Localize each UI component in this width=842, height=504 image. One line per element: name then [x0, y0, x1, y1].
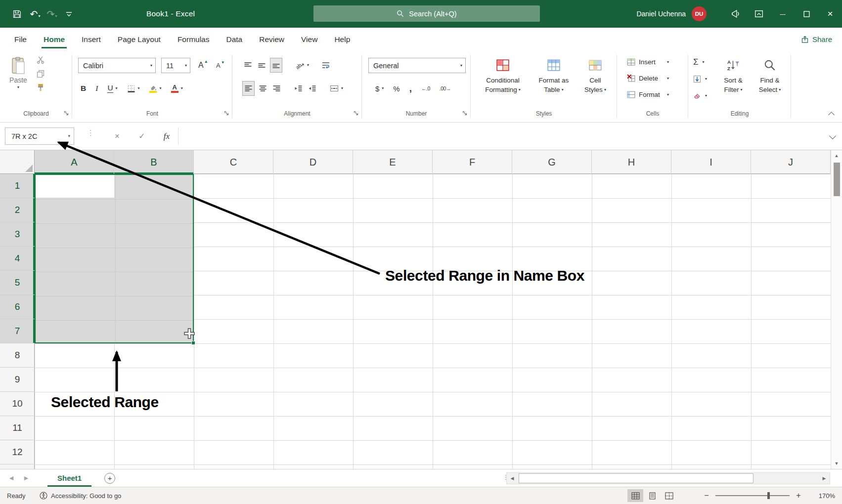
borders-button[interactable]: ▾ — [126, 81, 141, 96]
accessibility-status[interactable]: Accessibility: Good to go — [40, 492, 121, 500]
format-cells-button[interactable]: Format ▾ — [627, 88, 669, 101]
tab-formulas[interactable]: Formulas — [169, 28, 218, 51]
fill-handle[interactable] — [191, 341, 195, 345]
align-right-button[interactable] — [271, 81, 282, 96]
row-header-9[interactable]: 9 — [0, 368, 35, 392]
page-break-preview-button[interactable] — [661, 489, 677, 502]
align-left-button[interactable] — [242, 81, 255, 96]
cancel-button[interactable]: × — [108, 127, 127, 145]
account-name[interactable]: Daniel Uchenna — [636, 10, 686, 18]
column-header-j[interactable]: J — [751, 150, 831, 174]
column-header-g[interactable]: G — [512, 150, 592, 174]
column-header-i[interactable]: I — [671, 150, 751, 174]
row-header-4[interactable]: 4 — [0, 247, 35, 271]
alignment-dialog-launcher[interactable] — [354, 111, 359, 116]
row-header-6[interactable]: 6 — [0, 295, 35, 319]
formula-input[interactable] — [178, 127, 819, 145]
avatar[interactable]: DU — [692, 6, 707, 21]
column-header-h[interactable]: H — [592, 150, 671, 174]
find-select-button[interactable]: Find & Select▾ — [753, 54, 787, 108]
undo-button[interactable]: ↶▾ — [27, 8, 44, 20]
previous-sheet-button[interactable]: ◀ — [4, 475, 19, 481]
row-header-10[interactable]: 10 — [0, 392, 35, 416]
tab-home[interactable]: Home — [35, 28, 73, 51]
row-header-1[interactable]: 1 — [0, 174, 35, 198]
copy-button[interactable] — [37, 70, 44, 78]
share-button[interactable]: Share — [801, 28, 832, 51]
font-name-combo[interactable]: Calibri▾ — [78, 58, 156, 73]
wrap-text-button[interactable] — [320, 58, 332, 73]
formula-bar-resize-handle[interactable]: ⋮ — [87, 129, 94, 136]
tab-page-layout[interactable]: Page Layout — [109, 28, 169, 51]
conditional-formatting-button[interactable]: Conditional Formatting▾ — [478, 54, 528, 108]
autosum-button[interactable]: Σ ▾ — [693, 56, 705, 69]
cut-button[interactable] — [37, 56, 44, 64]
collapse-ribbon-button[interactable] — [827, 111, 835, 118]
column-header-b[interactable]: B — [114, 150, 194, 174]
orientation-button[interactable]: ab ▾ — [294, 58, 310, 73]
underline-button[interactable]: U▾ — [106, 81, 119, 96]
horizontal-scroll-track[interactable] — [518, 473, 819, 484]
font-dialog-launcher[interactable] — [224, 111, 229, 116]
enter-button[interactable]: ✓ — [133, 127, 151, 145]
percent-style-button[interactable]: % — [392, 81, 401, 96]
close-button[interactable]: × — [818, 0, 842, 28]
row-header-5[interactable]: 5 — [0, 271, 35, 295]
ribbon-display-options-button[interactable] — [747, 0, 771, 28]
next-sheet-button[interactable]: ▶ — [19, 475, 34, 481]
zoom-out-button[interactable]: − — [701, 491, 712, 500]
scroll-right-button[interactable]: ▶ — [819, 473, 830, 484]
minimize-button[interactable]: ─ — [771, 0, 795, 28]
zoom-slider[interactable] — [715, 495, 790, 496]
horizontal-scroll-thumb[interactable] — [519, 473, 753, 483]
italic-button[interactable]: I — [94, 81, 99, 96]
row-header-2[interactable]: 2 — [0, 198, 35, 222]
zoom-level[interactable]: 170% — [809, 492, 835, 500]
tab-file[interactable]: File — [6, 28, 35, 51]
sheet-tab-sheet1[interactable]: Sheet1 — [47, 469, 91, 487]
fill-color-button[interactable]: ▾ — [148, 81, 163, 96]
scroll-up-button[interactable]: ▲ — [831, 150, 842, 161]
decrease-indent-button[interactable] — [293, 81, 304, 96]
customize-quick-access-button[interactable] — [60, 10, 77, 18]
comma-style-button[interactable]: , — [408, 81, 413, 96]
decrease-decimal-button[interactable]: .00→ — [438, 81, 452, 96]
tab-insert[interactable]: Insert — [73, 28, 109, 51]
name-box[interactable]: 7R x 2C ▾ — [5, 127, 74, 145]
normal-view-button[interactable] — [627, 489, 643, 502]
row-header-7[interactable]: 7 — [0, 319, 35, 343]
page-layout-view-button[interactable] — [644, 489, 660, 502]
maximize-button[interactable] — [795, 0, 818, 28]
new-sheet-button[interactable]: + — [104, 473, 115, 484]
top-align-button[interactable] — [242, 58, 254, 73]
clear-button[interactable]: ▾ — [693, 89, 707, 102]
font-color-button[interactable]: A ▾ — [170, 81, 184, 96]
insert-cells-button[interactable]: Insert ▾ — [627, 55, 669, 69]
tab-help[interactable]: Help — [326, 28, 358, 51]
row-header-11[interactable]: 11 — [0, 416, 35, 440]
tab-review[interactable]: Review — [251, 28, 293, 51]
save-button[interactable] — [7, 0, 27, 28]
delete-cells-button[interactable]: Delete ▾ — [627, 72, 669, 85]
fill-button[interactable]: ▾ — [693, 73, 707, 85]
merge-center-button[interactable]: ▾ — [328, 81, 345, 96]
vertical-scroll-thumb[interactable] — [834, 163, 840, 196]
redo-button[interactable]: ↷▾ — [44, 8, 60, 20]
coming-soon-button[interactable] — [723, 0, 747, 28]
search-box[interactable]: Search (Alt+Q) — [313, 5, 540, 22]
clipboard-dialog-launcher[interactable] — [64, 111, 69, 116]
decrease-font-size-button[interactable]: A▼ — [215, 58, 226, 73]
select-all-corner[interactable] — [0, 150, 35, 174]
tab-view[interactable]: View — [293, 28, 326, 51]
number-format-combo[interactable]: General▾ — [368, 58, 466, 73]
cell-styles-button[interactable]: Cell Styles▾ — [578, 54, 612, 108]
align-center-button[interactable] — [257, 81, 268, 96]
increase-decimal-button[interactable]: ←.0 — [420, 81, 432, 96]
increase-font-size-button[interactable]: A▲ — [197, 58, 209, 73]
insert-function-button[interactable]: fx — [157, 127, 176, 145]
scroll-down-button[interactable]: ▼ — [831, 458, 842, 469]
row-header-8[interactable]: 8 — [0, 343, 35, 368]
cell-area[interactable] — [35, 174, 831, 469]
increase-indent-button[interactable] — [307, 81, 318, 96]
column-header-e[interactable]: E — [353, 150, 433, 174]
